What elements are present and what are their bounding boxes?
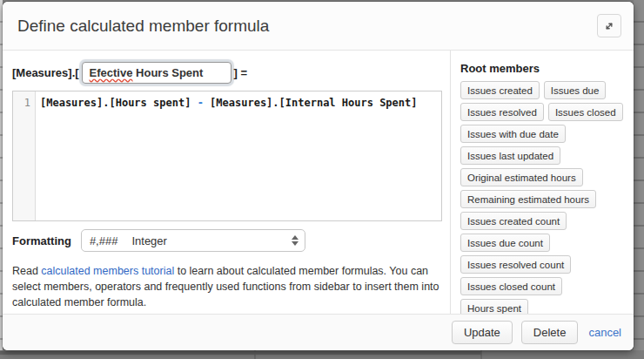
dialog-header: Define calculated member formula [3, 2, 634, 51]
format-pattern-value: #,### [90, 234, 118, 247]
member-button[interactable]: Issues created count [460, 212, 567, 230]
member-button[interactable]: Remaining estimated hours [460, 190, 596, 208]
measures-prefix-label: [Measures].[ [12, 66, 79, 79]
members-sidebar: Root members Issues createdIssues dueIss… [450, 51, 634, 314]
member-name-rest: Hours Spent [132, 66, 203, 79]
backdrop-right-strip [634, 0, 644, 359]
resize-diagonal-icon [602, 19, 616, 33]
code-right-operand: [Measures].[Internal Hours Spent] [204, 97, 418, 109]
root-members-list: Issues createdIssues dueIssues resolvedI… [460, 81, 628, 314]
formatting-label: Formatting [12, 234, 71, 247]
tutorial-link[interactable]: calculated members tutorial [41, 265, 174, 277]
dialog-body: [Measures].[ Efective Hours Spent ] = 1 … [3, 51, 634, 314]
measures-suffix-label: ] = [234, 66, 248, 79]
calculated-member-dialog: Define calculated member formula [Measur… [3, 2, 634, 350]
help-text-before: Read [12, 265, 41, 277]
format-name-value: Integer [131, 234, 166, 247]
expand-dialog-button[interactable] [597, 14, 621, 37]
code-operator: - [198, 97, 204, 109]
member-button[interactable]: Issues resolved [460, 103, 544, 121]
dialog-footer: Update Delete cancel [3, 314, 634, 350]
backdrop-bottom-strip [0, 350, 644, 359]
member-button[interactable]: Issues resolved count [460, 255, 571, 274]
member-button[interactable]: Hours spent [460, 299, 528, 314]
member-name-misspelled-word: Efective [90, 66, 133, 79]
member-button[interactable]: Issues last updated [460, 146, 560, 165]
member-button[interactable]: Issues due [544, 81, 607, 99]
cancel-link[interactable]: cancel [588, 326, 621, 339]
updown-stepper-icon [292, 235, 299, 246]
member-button[interactable]: Issues with due date [460, 125, 566, 143]
formula-panel: [Measures].[ Efective Hours Spent ] = 1 … [3, 51, 450, 314]
help-paragraph: Read calculated members tutorial to lear… [12, 263, 446, 310]
delete-button[interactable]: Delete [521, 321, 579, 344]
formula-code-editor[interactable]: 1 [Measures].[Hours spent] - [Measures].… [12, 91, 442, 221]
member-button[interactable]: Issues created [460, 81, 540, 99]
member-button[interactable]: Issues closed count [460, 277, 562, 295]
formatting-row: Formatting #,### Integer [12, 229, 442, 252]
root-members-heading: Root members [460, 62, 628, 75]
dialog-title: Define calculated member formula [17, 17, 269, 36]
line-number: 1 [13, 95, 30, 111]
member-button[interactable]: Original estimated hours [460, 168, 583, 186]
code-left-operand: [Measures].[Hours spent] [40, 97, 198, 109]
member-name-input[interactable]: Efective Hours Spent [82, 62, 231, 84]
member-button[interactable]: Issues closed [548, 103, 623, 121]
member-button[interactable]: Issues due count [460, 234, 550, 252]
editor-line-number-gutter: 1 [13, 91, 36, 220]
member-name-row: [Measures].[ Efective Hours Spent ] = [12, 62, 442, 84]
editor-code-area[interactable]: [Measures].[Hours spent] - [Measures].[I… [36, 91, 441, 220]
formatting-select[interactable]: #,### Integer [81, 229, 305, 252]
update-button[interactable]: Update [452, 321, 513, 344]
